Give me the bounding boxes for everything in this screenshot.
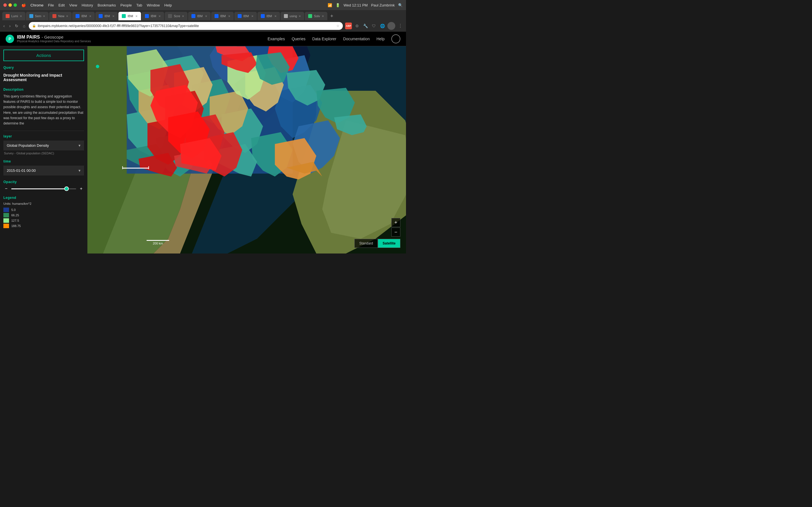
menu-file[interactable]: File (48, 3, 54, 7)
tab-favicon-ibm5 (192, 14, 195, 18)
menu-history[interactable]: History (82, 3, 93, 7)
tab-close-sem[interactable]: ✕ (43, 15, 45, 18)
legend-color-1 (3, 208, 9, 212)
minimize-button[interactable] (8, 3, 12, 7)
menu-people[interactable]: People (120, 3, 132, 7)
forward-button[interactable]: › (8, 22, 12, 29)
actions-button[interactable]: Actions (3, 50, 84, 61)
browser-chrome: 🍎 Chrome File Edit View History Bookmark… (0, 0, 406, 32)
ext-1[interactable]: ⚙ (354, 22, 360, 29)
nav-examples[interactable]: Examples (267, 37, 285, 41)
extension-icons: ABP ⚙ 🔧 🛡 🌐 ⋮ (345, 22, 404, 30)
refresh-button[interactable]: ↻ (14, 22, 19, 29)
legend-item-1: 5.0 (3, 208, 84, 212)
tab-ibm5[interactable]: IBM ✕ (188, 12, 211, 20)
tab-solv[interactable]: Solv ✕ (305, 12, 327, 20)
ext-3[interactable]: 🛡 (370, 22, 377, 29)
tab-using[interactable]: using ✕ (281, 12, 304, 20)
ext-2[interactable]: 🔧 (362, 22, 369, 29)
map-area[interactable]: 200 km + − Standard Satellite (87, 32, 406, 253)
opacity-track[interactable] (11, 188, 76, 189)
layer-select[interactable]: Global Population Density (3, 140, 84, 151)
tab-ibm2[interactable]: IBM ✕ (95, 12, 118, 20)
nav-queries[interactable]: Queries (292, 37, 305, 41)
menu-view[interactable]: View (69, 3, 77, 7)
tab-close-ibm4[interactable]: ✕ (158, 15, 161, 18)
new-tab-button[interactable]: + (328, 12, 336, 20)
tab-close-ibm7[interactable]: ✕ (251, 15, 253, 18)
menu-right: 📶 🔋 Wed 12:11 PM Paul Zumbrink 🔍 (327, 3, 403, 7)
tab-favicon-solv (308, 14, 312, 18)
tab-close-ibm2[interactable]: ✕ (112, 15, 114, 18)
ext-abp[interactable]: ABP (345, 22, 352, 29)
apple-menu[interactable]: 🍎 (21, 3, 26, 7)
menu-help[interactable]: Help (164, 3, 172, 7)
chrome-menu-icon[interactable]: ⋮ (397, 22, 404, 29)
nav-help[interactable]: Help (376, 37, 385, 41)
query-title: Drought Monitoring and Impact Assessment (3, 72, 84, 83)
tab-ibm3-active[interactable]: IBM ✕ (118, 12, 141, 20)
tab-favicon-scr (168, 14, 172, 18)
tab-close-ibm1[interactable]: ✕ (89, 15, 91, 18)
ext-4[interactable]: 🌐 (379, 22, 386, 29)
main-content: Actions Query Drought Monitoring and Imp… (0, 32, 406, 253)
back-button[interactable]: ‹ (2, 22, 6, 29)
legend-item-2: 66.25 (3, 213, 84, 217)
home-button[interactable]: ⌂ (22, 22, 26, 29)
tab-close-lumi[interactable]: ✕ (20, 15, 22, 18)
tab-new[interactable]: New ✕ (49, 12, 71, 20)
legend-color-3 (3, 218, 9, 223)
tab-close-ibm5[interactable]: ✕ (205, 15, 207, 18)
tab-label-lumi: Lumi (11, 14, 18, 18)
menu-window[interactable]: Window (147, 3, 160, 7)
menu-bookmarks[interactable]: Bookmarks (98, 3, 116, 7)
tab-lumi[interactable]: Lumi ✕ (2, 12, 26, 20)
nav-data-explorer[interactable]: Data Explorer (312, 37, 336, 41)
svg-rect-50 (148, 166, 149, 169)
address-input[interactable] (38, 24, 335, 28)
tab-close-ibm8[interactable]: ✕ (274, 15, 276, 18)
zoom-out-button[interactable]: − (391, 228, 400, 237)
tab-close-scr[interactable]: ✕ (182, 15, 184, 18)
description-label: Description (3, 88, 84, 92)
clock: Wed 12:11 PM (343, 3, 368, 7)
tab-label-ibm6: IBM (220, 14, 226, 18)
menu-edit[interactable]: Edit (58, 3, 64, 7)
address-input-wrap[interactable]: 🔒 ☆ (29, 22, 343, 30)
opacity-minus-button[interactable]: − (3, 186, 9, 191)
tab-close-solv[interactable]: ✕ (322, 15, 324, 18)
time-section: time 2015-01-01 00:00 ▼ (3, 159, 84, 175)
user-profile-icon[interactable] (388, 22, 395, 30)
divider-1 (3, 131, 84, 131)
menu-tab[interactable]: Tab (137, 3, 142, 7)
tab-scr[interactable]: Scre ✕ (165, 12, 188, 20)
svg-rect-49 (122, 166, 123, 169)
nav-documentation[interactable]: Documentation (343, 37, 370, 41)
tab-ibm7[interactable]: IBM ✕ (234, 12, 257, 20)
tab-close-ibm3[interactable]: ✕ (135, 15, 138, 18)
query-label: Query (3, 66, 84, 69)
map-type-satellite-button[interactable]: Satellite (378, 239, 400, 248)
opacity-thumb[interactable] (64, 186, 69, 191)
zoom-in-button[interactable]: + (391, 218, 400, 227)
tab-close-ibm6[interactable]: ✕ (228, 15, 231, 18)
tab-ibm6[interactable]: IBM ✕ (211, 12, 234, 20)
map-type-standard-button[interactable]: Standard (354, 239, 378, 248)
tab-ibm1[interactable]: IBM ✕ (72, 12, 95, 20)
tab-close-new[interactable]: ✕ (66, 15, 68, 18)
layer-label: layer (3, 134, 84, 138)
time-select[interactable]: 2015-01-01 00:00 (3, 166, 84, 175)
close-button[interactable] (3, 3, 7, 7)
maximize-button[interactable] (13, 3, 17, 7)
tab-close-using[interactable]: ✕ (299, 15, 301, 18)
tab-sem[interactable]: Sem ✕ (26, 12, 49, 20)
user-avatar[interactable] (391, 34, 400, 43)
opacity-plus-button[interactable]: + (79, 186, 84, 191)
bookmark-icon[interactable]: ☆ (336, 24, 340, 28)
search-icon[interactable]: 🔍 (398, 3, 403, 7)
tab-ibm4[interactable]: IBM ✕ (142, 12, 164, 20)
layer-subtitle: Survey - Global population (SEDAC) (3, 152, 84, 155)
description-text: This query combines filtering and aggreg… (3, 94, 84, 126)
tab-ibm8[interactable]: IBM ✕ (257, 12, 280, 20)
menu-chrome[interactable]: Chrome (31, 3, 43, 7)
